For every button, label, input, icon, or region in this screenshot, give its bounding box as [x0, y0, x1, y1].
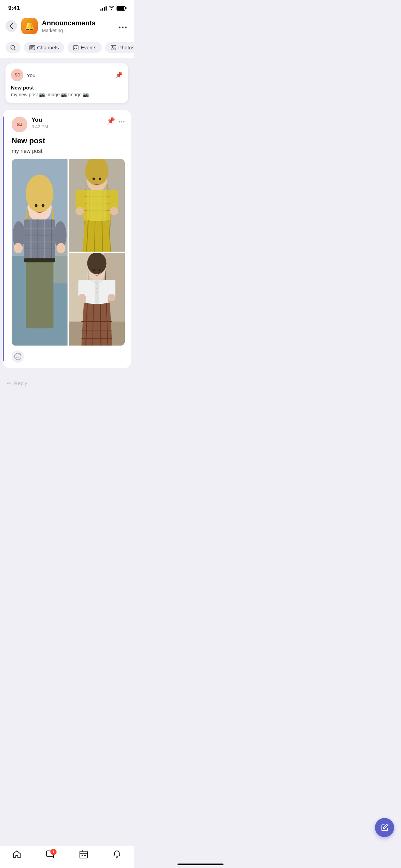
svg-point-0: [119, 27, 121, 28]
pinned-preview-header: SJ You 📌: [11, 69, 123, 81]
svg-point-63: [93, 269, 95, 272]
channel-avatar: 🔔: [21, 18, 38, 34]
svg-point-1: [122, 27, 124, 28]
signal-icon: [100, 6, 107, 11]
message-time: 3:42 PM: [32, 124, 102, 129]
pinned-avatar: SJ: [11, 69, 23, 81]
svg-point-10: [119, 121, 120, 122]
channel-title: Announcements: [42, 19, 113, 27]
status-icons: [100, 5, 125, 11]
svg-point-19: [42, 204, 45, 207]
svg-point-11: [121, 121, 122, 122]
svg-rect-6: [74, 48, 75, 49]
image-3[interactable]: [69, 253, 125, 346]
svg-point-81: [108, 294, 116, 301]
message-user: You: [32, 117, 102, 123]
svg-point-62: [87, 253, 107, 274]
status-time: 9:41: [8, 5, 20, 12]
svg-rect-8: [111, 45, 116, 50]
svg-point-2: [125, 27, 127, 28]
svg-point-56: [110, 207, 118, 215]
reply-preview[interactable]: ↩ Reply: [0, 375, 134, 391]
message-more-button[interactable]: [119, 117, 125, 124]
svg-point-83: [16, 356, 17, 357]
svg-point-12: [123, 121, 125, 122]
add-reaction-button[interactable]: [12, 350, 24, 363]
channels-label: Channels: [37, 45, 59, 50]
message-actions: 📌: [107, 117, 125, 125]
svg-rect-30: [24, 258, 55, 262]
svg-rect-7: [76, 48, 77, 49]
events-label: Events: [81, 45, 96, 50]
svg-rect-29: [26, 259, 53, 328]
svg-point-17: [26, 174, 53, 213]
battery-icon: [117, 6, 125, 11]
reaction-bar: [9, 350, 125, 363]
svg-point-39: [93, 178, 95, 180]
reply-label: Reply: [14, 380, 27, 386]
reply-icon: ↩: [7, 380, 11, 386]
pinned-preview-card[interactable]: SJ You 📌 New post my new post 📷 Image 📷 …: [5, 63, 128, 103]
back-button[interactable]: [5, 20, 17, 32]
channel-subtitle: Marketing: [42, 28, 113, 33]
svg-point-18: [35, 204, 37, 207]
events-button[interactable]: Events: [68, 42, 102, 53]
svg-point-68: [96, 288, 98, 289]
svg-point-64: [99, 269, 101, 272]
pin-icon: 📌: [115, 71, 123, 79]
more-options-button[interactable]: [117, 20, 128, 32]
pinned-post-title: New post: [11, 85, 123, 91]
svg-point-80: [78, 294, 86, 301]
header-info: Announcements Marketing: [42, 19, 113, 33]
svg-rect-20: [24, 219, 55, 261]
message-card: SJ You 3:42 PM 📌 New post my new post: [3, 110, 131, 368]
svg-point-55: [76, 207, 84, 215]
image-1[interactable]: [12, 159, 68, 346]
svg-rect-5: [73, 46, 78, 50]
pinned-user: You: [27, 72, 112, 78]
photos-button[interactable]: Photos: [105, 42, 134, 53]
filter-bar: Channels Events Photos: [0, 38, 134, 58]
message-avatar: SJ: [12, 117, 27, 132]
status-bar: 9:41: [0, 0, 134, 14]
message-pin-icon: 📌: [107, 117, 115, 125]
wifi-icon: [109, 5, 114, 11]
message-header: SJ You 3:42 PM 📌: [9, 117, 125, 132]
channels-button[interactable]: Channels: [24, 42, 64, 53]
photos-label: Photos: [118, 45, 134, 50]
image-2[interactable]: [69, 159, 125, 252]
image-grid: [12, 159, 125, 346]
svg-point-33: [14, 243, 23, 253]
main-content: SJ You 📌 New post my new post 📷 Image 📷 …: [0, 58, 134, 397]
header: 🔔 Announcements Marketing: [0, 14, 134, 38]
svg-rect-48: [87, 190, 107, 221]
svg-point-69: [96, 292, 98, 293]
pinned-post-body: my new post 📷 Image 📷 Image 📷...: [11, 92, 123, 97]
message-meta: You 3:42 PM: [32, 117, 102, 129]
message-title: New post: [9, 136, 125, 145]
search-button[interactable]: [5, 42, 21, 53]
message-body: my new post: [9, 148, 125, 154]
svg-point-34: [57, 243, 65, 253]
svg-point-84: [19, 356, 19, 357]
svg-point-40: [99, 178, 101, 180]
